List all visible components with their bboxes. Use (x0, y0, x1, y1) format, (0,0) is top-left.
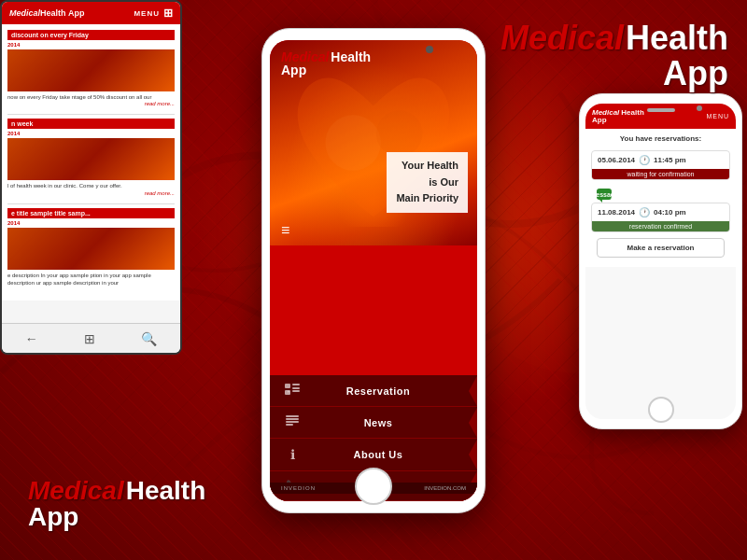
right-phone-logo: Medical Health App (592, 108, 644, 124)
bottom-logo-health: Health (126, 476, 206, 506)
right-phone-content: You have reservations: 05.06.2014 🕐 11:4… (585, 129, 736, 267)
news-3-title: e title sample title samp... (7, 208, 175, 218)
lph-app: App (68, 8, 85, 18)
menu-item-news[interactable]: News (270, 407, 477, 439)
svg-rect-10 (286, 415, 299, 417)
right-phone-inner: Medical Health App MENU You have reserva… (585, 104, 736, 419)
res-2-status: reservation confirmed (592, 221, 729, 231)
bottom-left-logo: Medical Health App (28, 476, 205, 532)
svg-rect-5 (292, 384, 300, 385)
center-phone-inner: Medical Health App Your Health is Our Ma… (270, 40, 477, 501)
news-1-text: now on every Friday take ntage of 50% di… (7, 93, 175, 101)
message-row: message (591, 186, 730, 203)
left-phone-menu-label: MENU (134, 9, 160, 18)
center-phone-logo: Medical Health App (281, 49, 371, 77)
left-phone-logo: Medical Health App (9, 8, 85, 18)
news-1-image (7, 49, 175, 91)
res-2-date: 11.08.2014 (598, 208, 635, 217)
cph-logo-app: App (281, 63, 371, 77)
svg-rect-12 (286, 421, 299, 423)
news-3-image (7, 228, 175, 270)
res-2-date-row: 11.08.2014 🕐 04:10 pm (592, 203, 729, 221)
brand-right: INVEDION.COM (424, 483, 466, 494)
menu-label-news: News (311, 417, 445, 428)
top-right-logo: Medical Health App (500, 19, 728, 93)
news-3-date: 2014 (7, 220, 175, 226)
menu-item-reservation[interactable]: + Reservation (270, 375, 477, 407)
windows-button[interactable]: ⊞ (84, 331, 95, 346)
rph-health: Health (621, 108, 643, 117)
top-logo-app: App (500, 54, 728, 93)
reservation-2: 11.08.2014 🕐 04:10 pm reservation confir… (591, 203, 730, 232)
rph-app: App (592, 116, 644, 124)
search-button[interactable]: 🔍 (141, 331, 157, 346)
res-2-time: 04:10 pm (654, 208, 686, 217)
lph-health: Health (40, 8, 66, 18)
svg-rect-11 (286, 418, 299, 420)
tagline-line3: Main Priority (396, 190, 458, 207)
reservations-title: You have reservations: (591, 134, 730, 143)
res-1-date-row: 05.06.2014 🕐 11:45 pm (592, 151, 729, 169)
left-phone-menu-icon[interactable]: ⊞ (163, 7, 173, 20)
svg-point-3 (376, 110, 423, 157)
center-tagline-box: Your Health is Our Main Priority (387, 152, 468, 213)
svg-rect-6 (292, 387, 300, 389)
news-3-text: e description In your app sample ption i… (7, 272, 175, 287)
lph-medical: Medical (9, 8, 40, 18)
message-bubble-icon: message (597, 189, 612, 200)
left-phone-news-2: n week 2014 l of health week in our clin… (7, 119, 175, 195)
news-1-date: 2014 (7, 42, 175, 48)
center-home-button[interactable] (355, 468, 392, 505)
news-icon (283, 415, 302, 429)
res-2-clock-icon: 🕐 (639, 207, 650, 217)
top-logo-health: Health (626, 19, 728, 58)
center-phone: Medical Health App Your Health is Our Ma… (261, 28, 486, 513)
left-phone-screen: Medical Health App MENU ⊞ discount on ev… (2, 2, 180, 353)
message-label: message (590, 191, 618, 198)
news-1-title: discount on every Friday (7, 30, 175, 40)
res-1-status: waiting for confirmation (592, 169, 729, 179)
news-2-date: 2014 (7, 131, 175, 136)
left-phone-bottom-bar: ← ⊞ 🔍 (2, 323, 180, 353)
news-2-text: l of health week in our clinic. Come y o… (7, 182, 175, 189)
svg-text:+: + (288, 388, 290, 394)
menu-label-reservation: Reservation (311, 385, 445, 397)
reservation-1: 05.06.2014 🕐 11:45 pm waiting for confir… (591, 150, 730, 180)
svg-rect-8 (292, 390, 300, 392)
reservation-icon: + (283, 384, 302, 398)
right-phone: Medical Health App MENU You have reserva… (579, 93, 742, 429)
brand-left: INVEDION (281, 483, 316, 494)
make-reservation-button[interactable]: Make a reservation (597, 238, 725, 258)
menu-label-about: About Us (311, 449, 445, 460)
back-button[interactable]: ← (25, 331, 38, 346)
divider-1 (7, 114, 175, 115)
right-phone-menu[interactable]: MENU (706, 113, 729, 119)
right-phone-header: Medical Health App MENU (585, 104, 736, 129)
bottom-logo-app: App (28, 502, 205, 532)
news-2-title: n week (7, 119, 175, 129)
tagline-line2: is Our (396, 175, 458, 191)
left-phone-header: Medical Health App MENU ⊞ (2, 2, 180, 24)
left-phone-content: discount on every Friday 2014 now on eve… (2, 24, 180, 301)
center-hamburger-icon[interactable]: ≡ (281, 222, 289, 239)
right-phone-home-button[interactable] (648, 397, 674, 423)
menu-item-about[interactable]: ℹ About Us (270, 439, 477, 471)
res-1-time: 11:45 pm (654, 156, 686, 164)
res-1-date: 05.06.2014 (598, 156, 635, 164)
left-phone-news-3: e title sample title samp... 2014 e desc… (7, 208, 175, 287)
res-1-clock-icon: 🕐 (639, 155, 650, 165)
left-phone-news-1: discount on every Friday 2014 now on eve… (7, 30, 175, 106)
cph-logo-health: Health (331, 49, 371, 64)
news-2-read-more[interactable]: read more... (7, 190, 175, 196)
news-1-read-more[interactable]: read more... (7, 101, 175, 106)
center-phone-hero: Medical Health App Your Health is Our Ma… (270, 40, 477, 245)
left-phone: Medical Health App MENU ⊞ discount on ev… (0, 0, 182, 355)
tagline-line1: Your Health (396, 158, 458, 175)
news-2-image (7, 138, 175, 180)
divider-2 (7, 203, 175, 204)
top-logo-medical: Medical (500, 19, 624, 58)
info-icon: ℹ (283, 447, 302, 462)
svg-rect-13 (286, 424, 293, 426)
